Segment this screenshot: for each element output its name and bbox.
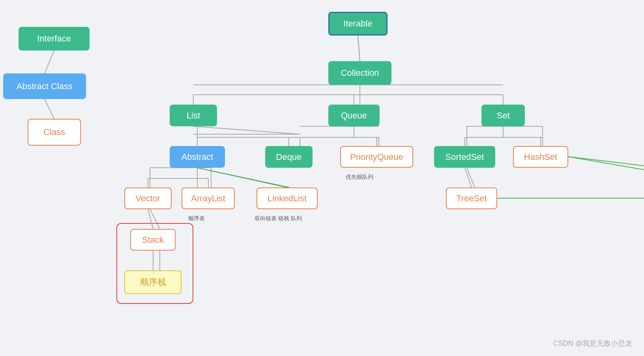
priorityqueue-label: PriorityQueue xyxy=(350,152,403,162)
node-deque: Deque xyxy=(265,146,313,168)
red-highlight-box xyxy=(116,223,193,304)
svg-line-66 xyxy=(568,157,644,170)
legend-interface-label: Interface xyxy=(37,34,71,44)
arraylist-label: ArrayList xyxy=(191,193,225,204)
node-collection: Collection xyxy=(328,61,391,85)
svg-line-32 xyxy=(197,168,290,187)
main-connectors xyxy=(0,0,644,356)
node-treeset: TreeSet xyxy=(446,187,497,209)
queue-label: Queue xyxy=(341,111,367,121)
svg-line-35 xyxy=(467,168,475,187)
legend-class-node: Class xyxy=(28,119,81,146)
node-linkedlist: LinkedList xyxy=(256,187,318,209)
svg-line-0 xyxy=(358,36,360,61)
list-label: List xyxy=(187,111,200,121)
vector-label: Vector xyxy=(136,193,160,204)
node-hashset: HashSet xyxy=(513,146,568,168)
node-abstract: Abstract xyxy=(170,146,225,168)
collection-label: Collection xyxy=(341,68,379,78)
node-iterable: Iterable xyxy=(328,12,388,36)
legend-interface-node: Interface xyxy=(19,27,90,51)
label-shuangxiang: 双向链表 链栈 队列 xyxy=(255,215,302,222)
svg-line-64 xyxy=(465,168,472,187)
iterable-label: Iterable xyxy=(343,19,372,29)
node-set: Set xyxy=(481,105,525,126)
label-youxian: 优先级队列 xyxy=(346,174,373,181)
node-vector: Vector xyxy=(124,187,172,209)
connector-svg xyxy=(0,0,644,356)
hashset-label: HashSet xyxy=(524,152,557,162)
svg-line-37 xyxy=(568,157,644,166)
diagram-container: Interface Abstract Class Class Iterable … xyxy=(0,0,644,356)
watermark: CSDN @我是无敌小恐龙 xyxy=(553,339,632,348)
svg-line-40 xyxy=(358,36,360,61)
svg-line-38 xyxy=(45,51,54,73)
legend-class-label: Class xyxy=(43,127,65,137)
svg-line-39 xyxy=(45,99,54,119)
legend-abstract-node: Abstract Class xyxy=(3,73,86,99)
abstract-label: Abstract xyxy=(182,152,213,162)
treeset-label: TreeSet xyxy=(456,193,487,204)
deque-label: Deque xyxy=(276,152,302,162)
node-priorityqueue: PriorityQueue xyxy=(340,146,413,168)
svg-line-10 xyxy=(193,126,300,134)
sortedset-label: SortedSet xyxy=(446,152,484,162)
label-shunxubiao: 顺序表 xyxy=(188,215,205,222)
svg-line-61 xyxy=(197,168,287,187)
node-queue: Queue xyxy=(328,105,380,126)
node-sortedset: SortedSet xyxy=(434,146,495,168)
node-list: List xyxy=(170,105,217,126)
linkedlist-label: LinkedList xyxy=(268,193,307,204)
node-arraylist: ArrayList xyxy=(182,187,235,209)
set-label: Set xyxy=(496,111,509,121)
legend-abstract-label: Abstract Class xyxy=(17,81,73,92)
